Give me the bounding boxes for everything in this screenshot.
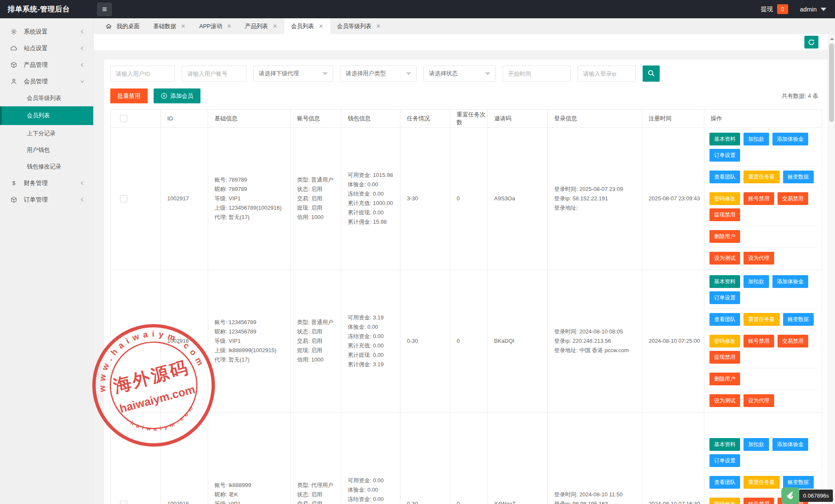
layui-logo-icon[interactable] — [781, 487, 799, 504]
action-button[interactable]: 账变数据 — [783, 313, 814, 326]
row-select-cell — [111, 128, 161, 270]
action-button[interactable]: 加扣款 — [743, 438, 769, 451]
sidebar-subitem[interactable]: 上下分记录 — [0, 125, 93, 142]
action-button[interactable]: 账变数据 — [783, 171, 814, 183]
action-button[interactable]: 设为代理 — [743, 252, 774, 265]
action-button[interactable]: 账号禁用 — [743, 192, 774, 205]
action-button[interactable]: 基本资料 — [709, 438, 740, 451]
sidebar-item-label: 产品管理 — [24, 61, 48, 69]
action-button[interactable]: 交易禁用 — [778, 335, 808, 347]
action-button[interactable]: 查看团队 — [709, 476, 740, 489]
user-type-select[interactable]: 请选择用户类型 — [340, 65, 417, 82]
column-header: 钱包信息 — [341, 110, 400, 128]
action-group: 删除用户 — [709, 226, 818, 248]
column-header: 基础信息 — [208, 110, 291, 128]
refresh-button[interactable] — [804, 36, 818, 48]
action-button[interactable]: 查看团队 — [709, 313, 740, 326]
tab-item[interactable]: APP滚动✕ — [192, 18, 238, 34]
user-menu[interactable]: admin — [800, 6, 827, 13]
action-button[interactable]: 订单设置 — [709, 454, 740, 467]
plus-circle-icon — [161, 93, 167, 99]
action-button[interactable]: 密码修改 — [709, 192, 740, 205]
action-button[interactable]: 基本资料 — [709, 133, 740, 145]
action-button[interactable]: 设为测试 — [709, 252, 740, 265]
action-button[interactable]: 加扣款 — [743, 275, 769, 288]
sidebar-subitem[interactable]: 钱包修改记录 — [0, 158, 93, 175]
add-member-button[interactable]: 添加会员 — [154, 88, 200, 103]
info-line: 上级: lk888999(1002915) — [214, 346, 287, 355]
action-button[interactable]: 重置任务量 — [743, 313, 780, 326]
wallet-info-cell: 可用资金: 1015.98体验金: 0.00冻结资金: 0.00累计充值: 10… — [341, 128, 400, 270]
action-button[interactable]: 设为代理 — [743, 394, 774, 407]
start-time-input[interactable] — [503, 65, 571, 82]
scroll-up-arrow[interactable] — [828, 35, 835, 42]
tab-item[interactable]: 会员列表✕ — [284, 18, 330, 34]
row-checkbox[interactable] — [120, 338, 127, 345]
agent-select[interactable]: 请选择下级代理 — [253, 65, 333, 82]
info-line: 冻结资金: 0.00 — [348, 495, 397, 504]
info-line: 账号: lk888999 — [214, 481, 287, 490]
tab-close-icon[interactable]: ✕ — [376, 23, 381, 29]
row-checkbox[interactable] — [120, 195, 127, 202]
action-button[interactable]: 订单设置 — [709, 149, 740, 162]
action-button[interactable]: 重置任务量 — [743, 171, 780, 183]
action-button[interactable]: 添加体验金 — [772, 275, 809, 288]
tab-label: 会员列表 — [291, 23, 314, 30]
action-button[interactable]: 删除用户 — [709, 230, 740, 243]
sidebar-item[interactable]: 产品管理 — [0, 57, 93, 73]
action-button[interactable]: 查看团队 — [709, 171, 740, 183]
batch-disable-button[interactable]: 批量禁用 — [110, 88, 148, 103]
sidebar-item[interactable]: 订单管理 — [0, 191, 93, 208]
info-line: 账号: 123456789 — [214, 318, 287, 327]
base-info-cell: 账号: lk888999昵称: 老K等级: VIP1上级: 暂无(0)代理: 暂… — [208, 413, 291, 504]
tab-close-icon[interactable]: ✕ — [273, 23, 277, 29]
sidebar-item[interactable]: 系统设置 — [0, 23, 93, 40]
chevron-down-icon — [821, 8, 826, 11]
sidebar-subitem[interactable]: 用户钱包 — [0, 142, 93, 158]
sidebar-item[interactable]: 会员管理 — [0, 73, 93, 90]
sidebar-item[interactable]: $财务管理 — [0, 175, 93, 191]
action-button[interactable]: 设为测试 — [709, 394, 740, 407]
user-id-input[interactable] — [110, 65, 175, 82]
action-button[interactable]: 加扣款 — [743, 133, 769, 145]
tab-close-icon[interactable]: ✕ — [227, 23, 232, 29]
action-button[interactable]: 密码修改 — [709, 498, 740, 504]
hamburger-menu-button[interactable]: ≡ — [97, 3, 112, 16]
action-button[interactable]: 交易禁用 — [778, 192, 808, 205]
action-button[interactable]: 基本资料 — [709, 275, 740, 288]
chevron-down-icon — [323, 72, 328, 75]
action-button[interactable]: 账号禁用 — [743, 498, 774, 504]
action-button[interactable]: 添加体验金 — [772, 438, 809, 451]
search-button[interactable] — [643, 65, 660, 82]
status-select[interactable]: 请选择状态 — [423, 65, 496, 82]
tab-close-icon[interactable]: ✕ — [319, 23, 323, 29]
sidebar-item[interactable]: 站点设置 — [0, 40, 93, 57]
action-button[interactable]: 提现禁用 — [709, 351, 740, 364]
tab-close-icon[interactable]: ✕ — [181, 23, 186, 29]
scrollbar-thumb[interactable] — [829, 43, 834, 122]
tab-item[interactable]: 基础数据✕ — [146, 18, 192, 34]
action-button[interactable]: 重置任务量 — [743, 476, 780, 489]
invite-code-cell: X4WqaT — [488, 413, 548, 504]
action-button[interactable]: 密码修改 — [709, 335, 740, 347]
row-checkbox[interactable] — [120, 501, 127, 504]
user-account-input[interactable] — [182, 65, 246, 82]
withdraw-menu[interactable]: 提现 0 — [761, 4, 788, 14]
tab-item[interactable]: 会员等级列表✕ — [330, 18, 388, 34]
tab-item[interactable]: 产品列表✕ — [238, 18, 284, 34]
action-button[interactable]: 提现禁用 — [709, 208, 740, 221]
action-button[interactable]: 订单设置 — [709, 291, 740, 304]
login-ip-input[interactable] — [578, 65, 636, 82]
action-button[interactable]: 账变数据 — [783, 476, 814, 489]
action-button[interactable]: 账号禁用 — [743, 335, 774, 347]
table-row: 1002915账号: lk888999昵称: 老K等级: VIP1上级: 暂无(… — [111, 413, 822, 504]
select-all-checkbox[interactable] — [120, 115, 127, 122]
action-button[interactable]: 添加体验金 — [772, 133, 809, 145]
select-all-header — [111, 110, 161, 128]
sidebar-subitem[interactable]: 会员等级列表 — [0, 90, 93, 106]
sidebar-subitem[interactable]: 会员列表 — [0, 106, 93, 125]
add-member-label: 添加会员 — [170, 92, 193, 100]
tab-item[interactable]: 我的桌面 — [99, 18, 146, 34]
action-button[interactable]: 删除用户 — [709, 373, 740, 385]
vertical-scrollbar[interactable] — [828, 34, 835, 504]
